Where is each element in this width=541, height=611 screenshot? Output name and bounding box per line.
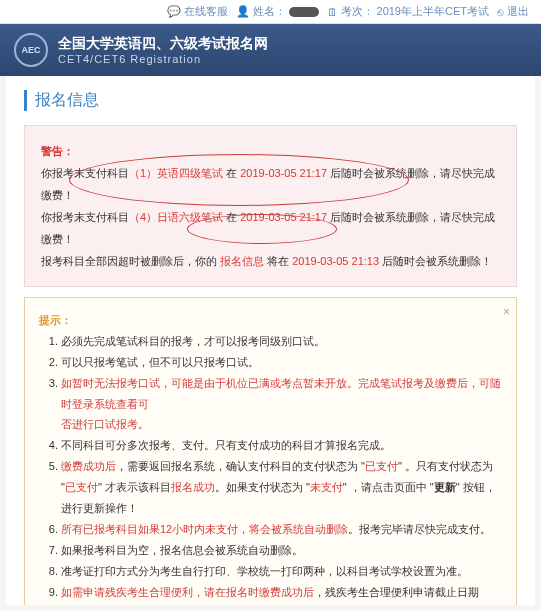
warning-line-2: 你报考末支付科目（4）日语六级笔试 在 2019-03-05 21:17 后随时… — [41, 206, 500, 250]
user-name-link[interactable]: 👤姓名： — [236, 4, 319, 19]
tips-label: 提示： — [39, 310, 502, 331]
tip-item-5: 缴费成功后，需要返回报名系统，确认支付科目的支付状态为 "已支付" 。只有支付状… — [61, 456, 502, 519]
tip-item-3: 如暂时无法报考口试，可能是由于机位已满或考点暂未开放。完成笔试报考及缴费后，可随… — [61, 373, 502, 436]
name-label: 姓名： — [253, 4, 286, 19]
service-icon: 💬 — [167, 5, 181, 18]
tips-box: × 提示： 必须先完成笔试科目的报考，才可以报考同级别口试。 可以只报考笔试，但… — [24, 297, 517, 605]
tip-item-8: 准考证打印方式分为考生自行打印、学校统一打印两种，以科目考试学校设置为准。 — [61, 561, 502, 582]
logout-icon: ⎋ — [497, 6, 504, 18]
warning-line-3: 报考科目全部因超时被删除后，你的 报名信息 将在 2019-03-05 21:1… — [41, 250, 500, 272]
service-label: 在线客服 — [184, 4, 228, 19]
tip-item-2: 可以只报考笔试，但不可以只报考口试。 — [61, 352, 502, 373]
exam-session-link[interactable]: 🗓考次：2019年上半年CET考试 — [327, 4, 489, 19]
online-service-link[interactable]: 💬在线客服 — [167, 4, 228, 19]
tip-item-1: 必须先完成笔试科目的报考，才可以报考同级别口试。 — [61, 331, 502, 352]
logout-link[interactable]: ⎋退出 — [497, 4, 529, 19]
header-titles: 全国大学英语四、六级考试报名网 CET4/CET6 Registration — [58, 35, 268, 65]
tip-item-9: 如需申请残疾考生合理便利，请在报名时缴费成功后，残疾考生合理便利申请截止日期（2… — [61, 582, 502, 605]
close-icon[interactable]: × — [503, 301, 510, 324]
warning-line-1: 你报考末支付科目（1）英语四级笔试 在 2019-03-05 21:17 后随时… — [41, 162, 500, 206]
warning-box: 警告： 你报考末支付科目（1）英语四级笔试 在 2019-03-05 21:17… — [24, 125, 517, 287]
header-title-cn: 全国大学英语四、六级考试报名网 — [58, 35, 268, 53]
page-title: 报名信息 — [24, 90, 517, 111]
tips-list: 必须先完成笔试科目的报考，才可以报考同级别口试。 可以只报考笔试，但不可以只报考… — [39, 331, 502, 605]
logout-label: 退出 — [507, 4, 529, 19]
header-title-en: CET4/CET6 Registration — [58, 53, 268, 65]
calendar-icon: 🗓 — [327, 6, 338, 18]
top-bar: 💬在线客服 👤姓名： 🗓考次：2019年上半年CET考试 ⎋退出 — [0, 0, 541, 24]
site-logo: AEC — [14, 33, 48, 67]
exam-value: 2019年上半年CET考试 — [377, 4, 489, 19]
tip-item-7: 如果报考科目为空，报名信息会被系统自动删除。 — [61, 540, 502, 561]
site-header: AEC 全国大学英语四、六级考试报名网 CET4/CET6 Registrati… — [0, 24, 541, 76]
warning-label: 警告： — [41, 140, 500, 162]
tip-item-4: 不同科目可分多次报考、支付。只有支付成功的科目才算报名完成。 — [61, 435, 502, 456]
content-area: 报名信息 警告： 你报考末支付科目（1）英语四级笔试 在 2019-03-05 … — [6, 76, 535, 605]
exam-label: 考次： — [341, 4, 374, 19]
name-redacted — [289, 7, 319, 17]
user-icon: 👤 — [236, 5, 250, 18]
tip-item-6: 所有已报考科目如果12小时内未支付，将会被系统自动删除。报考完毕请尽快完成支付。 — [61, 519, 502, 540]
